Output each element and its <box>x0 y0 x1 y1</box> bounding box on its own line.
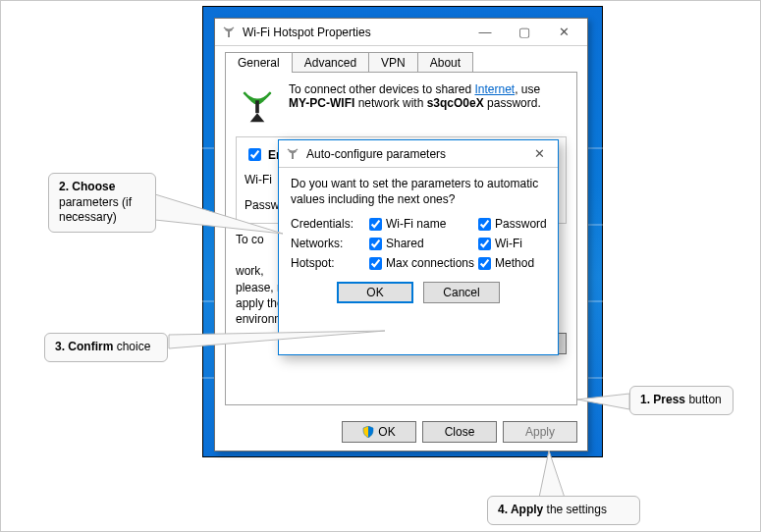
window-title: Wi-Fi Hotspot Properties <box>243 26 465 39</box>
dialog-ok-button[interactable]: OK <box>337 282 413 303</box>
auto-configure-dialog: Auto-configure parameters ✕ Do you want … <box>278 139 559 355</box>
dialog-close-button[interactable]: ✕ <box>524 141 554 167</box>
row-label-hotspot: Hotspot: <box>291 256 365 270</box>
minimize-button[interactable]: — <box>465 20 505 45</box>
hotspot-icon <box>236 82 279 129</box>
tab-vpn[interactable]: VPN <box>368 52 418 73</box>
dialog-cancel-button[interactable]: Cancel <box>423 282 500 303</box>
ok-button[interactable]: OK <box>342 421 416 443</box>
window-titlebar[interactable]: Wi-Fi Hotspot Properties — ▢ ✕ <box>215 19 587 46</box>
tab-about[interactable]: About <box>417 52 473 73</box>
svg-rect-2 <box>292 151 294 159</box>
internet-link[interactable]: Internet <box>474 82 515 96</box>
tab-general[interactable]: General <box>225 52 293 73</box>
antenna-icon <box>285 146 300 162</box>
close-window-button[interactable]: Close <box>422 421 497 443</box>
checkbox-method[interactable]: Method <box>478 256 547 270</box>
svg-rect-0 <box>228 29 230 37</box>
checkbox-wifi[interactable]: Wi-Fi <box>478 237 547 250</box>
row-label-networks: Networks: <box>291 237 365 250</box>
shield-icon <box>362 426 374 438</box>
dialog-options-grid: Credentials: Wi-Fi name Password Network… <box>291 217 546 270</box>
checkbox-shared[interactable]: Shared <box>369 237 474 250</box>
checkbox-password[interactable]: Password <box>478 217 547 231</box>
checkbox-wifi-name[interactable]: Wi-Fi name <box>369 217 474 231</box>
checkbox-max-connections[interactable]: Max connections <box>369 256 474 270</box>
callout-2: 2. Choose parameters (if necessary) <box>48 173 156 233</box>
apply-button[interactable]: Apply <box>503 421 577 443</box>
info-text: To connect other devices to shared Inter… <box>289 82 541 110</box>
tab-advanced[interactable]: Advanced <box>292 52 369 73</box>
svg-rect-1 <box>255 100 259 113</box>
dialog-question: Do you want to set the parameters to aut… <box>291 176 546 207</box>
dialog-title: Auto-configure parameters <box>306 147 524 161</box>
callout-4: 4. Apply the settings <box>487 496 640 525</box>
tab-bar: General Advanced VPN About <box>225 52 577 73</box>
row-label-credentials: Credentials: <box>291 217 365 231</box>
antenna-icon <box>221 25 237 40</box>
close-button[interactable]: ✕ <box>544 20 583 45</box>
callout-1: 1. Press button <box>629 386 734 415</box>
window-button-row: OK Close Apply <box>225 421 577 443</box>
callout-3: 3. Confirm choice <box>44 333 168 362</box>
maximize-button[interactable]: ▢ <box>505 20 544 45</box>
